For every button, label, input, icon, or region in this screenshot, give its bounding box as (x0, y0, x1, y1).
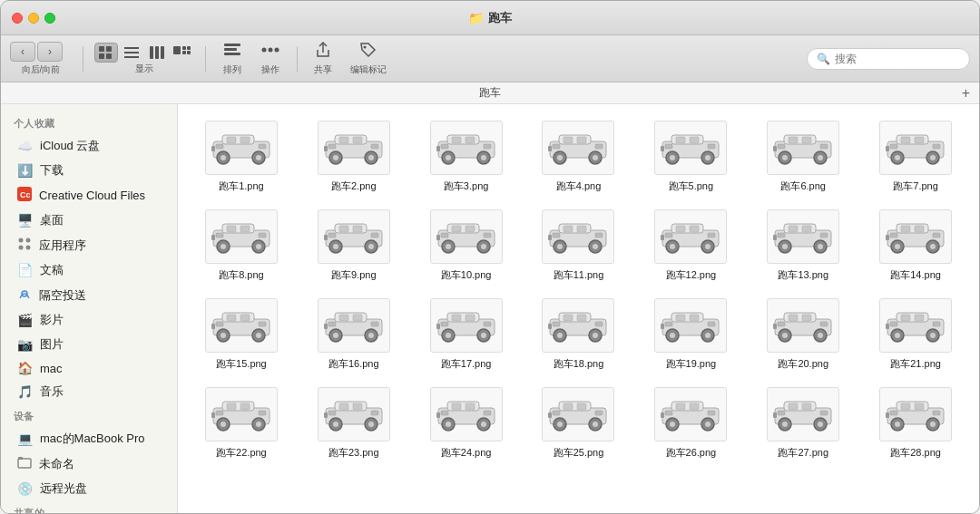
sidebar-item-unnamed[interactable]: 未命名 (5, 451, 173, 476)
action-button[interactable]: 操作 (255, 40, 286, 78)
share-button[interactable]: 共享 (309, 40, 338, 78)
file-item[interactable]: 跑车9.png (299, 202, 408, 287)
file-name: 跑车24.png (441, 446, 492, 460)
sidebar-item-cc[interactable]: Cc Creative Cloud Files (5, 183, 173, 208)
desktop-label: 桌面 (40, 212, 64, 228)
back-button[interactable]: ‹ (10, 42, 35, 62)
svg-rect-327 (802, 403, 811, 410)
airdrop-label: 隔空投送 (39, 287, 86, 304)
file-item[interactable]: 跑车18.png (524, 291, 633, 376)
file-item[interactable]: 跑车19.png (636, 291, 745, 376)
svg-rect-260 (901, 315, 910, 321)
svg-point-92 (818, 155, 823, 160)
file-grid: 跑车1.png 跑车2.png 跑车3.png (187, 113, 970, 465)
file-item[interactable]: 跑车1.png (187, 113, 296, 199)
cc-label: Creative Cloud Files (39, 189, 145, 202)
sidebar-item-download[interactable]: ⬇️ 下载 (5, 159, 173, 182)
file-thumbnail (205, 209, 278, 264)
file-item[interactable]: 跑车2.png (299, 113, 408, 199)
svg-point-255 (895, 333, 900, 338)
search-input[interactable] (835, 53, 960, 65)
sidebar-item-remote[interactable]: 💿 远程光盘 (5, 477, 173, 500)
close-button[interactable] (12, 13, 23, 24)
file-item[interactable]: 跑车6.png (749, 113, 858, 199)
maximize-button[interactable] (44, 13, 55, 24)
svg-point-20 (269, 47, 273, 52)
sidebar-item-desktop[interactable]: 🖥️ 桌面 (5, 209, 173, 232)
share-icon (315, 42, 331, 62)
svg-rect-248 (820, 322, 828, 326)
file-item[interactable]: 跑车21.png (861, 291, 970, 376)
file-item[interactable]: 跑车3.png (412, 113, 521, 199)
arrange-button[interactable]: 排列 (217, 40, 248, 78)
file-thumbnail (767, 121, 839, 175)
file-item[interactable]: 跑车5.png (636, 113, 745, 199)
svg-rect-295 (436, 412, 440, 418)
file-name: 跑车8.png (219, 268, 264, 282)
file-item[interactable]: 跑车16.png (299, 291, 408, 376)
file-item[interactable]: 跑车4.png (524, 113, 633, 199)
file-item[interactable]: 跑车10.png (412, 202, 521, 287)
svg-rect-64 (436, 146, 440, 151)
minimize-button[interactable] (28, 13, 39, 24)
svg-rect-184 (915, 226, 924, 232)
sidebar-item-airdrop[interactable]: 隔空投送 (5, 283, 173, 307)
file-item[interactable]: 跑车12.png (636, 202, 745, 287)
file-item[interactable]: 跑车25.png (524, 380, 633, 465)
file-item[interactable]: 跑车8.png (187, 202, 296, 287)
sidebar-item-music[interactable]: 🎵 音乐 (5, 380, 173, 403)
list-view-button[interactable] (120, 43, 143, 63)
sidebar-item-macbook[interactable]: 💻 mac的MacBook Pro (5, 427, 173, 451)
file-item[interactable]: 跑车11.png (524, 202, 633, 287)
svg-rect-30 (18, 459, 31, 468)
photos-label: 图片 (40, 336, 64, 353)
sidebar-item-mac[interactable]: 🏠 mac (5, 357, 173, 379)
file-thumbnail (205, 298, 278, 353)
file-thumbnail (767, 298, 839, 353)
svg-rect-226 (595, 322, 603, 326)
file-item[interactable]: 跑车13.png (749, 202, 858, 287)
svg-rect-52 (353, 137, 362, 143)
file-item[interactable]: 跑车20.png (749, 291, 858, 376)
gallery-view-button[interactable] (171, 43, 194, 63)
file-item[interactable]: 跑车17.png (412, 291, 521, 376)
svg-rect-304 (564, 403, 573, 410)
file-item[interactable]: 跑车22.png (187, 380, 296, 465)
file-item[interactable]: 跑车24.png (412, 380, 521, 465)
svg-rect-12 (182, 51, 186, 54)
file-item[interactable]: 跑车28.png (861, 380, 970, 465)
file-name: 跑车14.png (890, 268, 941, 282)
file-name: 跑车6.png (780, 179, 826, 193)
file-item[interactable]: 跑车14.png (861, 202, 970, 287)
icon-view-button[interactable] (94, 43, 118, 63)
file-item[interactable]: 跑车23.png (299, 380, 408, 465)
svg-rect-324 (778, 411, 785, 415)
file-item[interactable]: 跑车26.png (636, 380, 745, 465)
sidebar-item-docs[interactable]: 📄 文稿 (5, 258, 173, 282)
arrange-icon (222, 42, 242, 62)
forward-button[interactable]: › (37, 42, 63, 62)
svg-rect-237 (708, 322, 715, 326)
svg-point-321 (782, 422, 788, 427)
sidebar-item-movies[interactable]: 🎬 影片 (5, 308, 173, 332)
column-view-button[interactable] (145, 43, 169, 63)
search-bar[interactable]: 🔍 (807, 48, 970, 70)
svg-rect-162 (690, 226, 699, 232)
svg-rect-196 (211, 324, 215, 329)
file-name: 跑车3.png (444, 179, 489, 193)
svg-point-134 (446, 244, 451, 249)
sidebar-item-photos[interactable]: 📷 图片 (5, 333, 173, 356)
svg-rect-75 (548, 146, 552, 151)
file-item[interactable]: 跑车7.png (861, 113, 970, 199)
sidebar-item-apps[interactable]: 应用程序 (5, 233, 173, 257)
file-thumbnail (654, 298, 727, 353)
sidebar-item-icloud[interactable]: ☁️ iCloud 云盘 (5, 134, 173, 158)
svg-rect-315 (676, 403, 685, 410)
titlebar: 📁 跑车 (1, 1, 979, 35)
svg-rect-31 (18, 457, 23, 460)
toolbar: ‹ › 向后/向前 显示 排列 (1, 35, 979, 82)
tag-button[interactable]: 编辑标记 (345, 40, 392, 78)
file-item[interactable]: 跑车15.png (187, 291, 296, 376)
file-item[interactable]: 跑车27.png (749, 380, 858, 465)
add-button[interactable]: + (962, 85, 970, 102)
